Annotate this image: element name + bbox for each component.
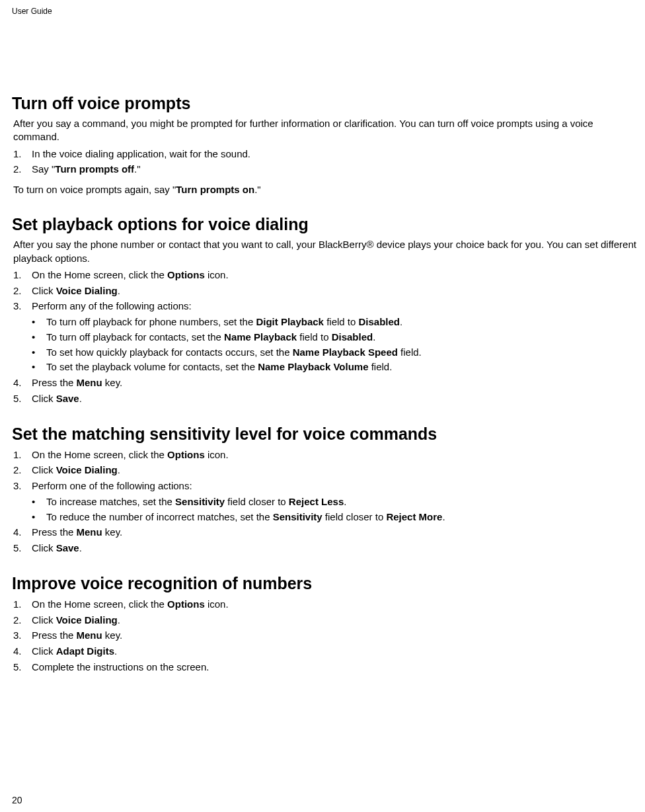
step-number: 2. [12,162,26,177]
step-text: In the voice dialing application, wait f… [32,148,250,159]
step-body: On the Home screen, click the Options ic… [26,448,637,462]
section: Set playback options for voice dialingAf… [12,215,637,405]
step-item: 2.Click Voice Dialing. [12,284,637,298]
substep-item: •To turn off playback for contacts, set … [32,330,637,345]
steps-list: 1.On the Home screen, click the Options … [12,597,637,674]
substep-item: •To set the playback volume for contacts… [32,360,637,374]
substep-body: To increase matches, set the Sensitivity… [42,495,637,509]
step-text: Complete the instructions on the screen. [32,661,209,672]
substep-body: To reduce the number of incorrect matche… [42,510,637,524]
step-number: 3. [12,628,26,643]
step-text: Click Save. [32,542,82,553]
step-text: Click Voice Dialing. [32,614,120,626]
step-body: Press the Menu key. [26,376,637,390]
section-heading: Improve voice recognition of numbers [12,574,637,593]
step-text: Perform one of the following actions: [32,480,192,491]
step-text: Click Voice Dialing. [32,285,120,296]
section-heading: Set playback options for voice dialing [12,215,637,234]
step-body: On the Home screen, click the Options ic… [26,597,637,612]
step-item: 5.Complete the instructions on the scree… [12,660,637,674]
step-item: 2.Say "Turn prompts off." [12,162,637,177]
step-number: 2. [12,284,26,298]
step-number: 4. [12,644,26,659]
step-body: Click Save. [26,391,637,406]
bullet-icon: • [32,345,42,360]
step-text: On the Home screen, click the Options ic… [32,449,229,460]
steps-list: 1.On the Home screen, click the Options … [12,448,637,555]
step-number: 3. [12,299,26,374]
step-text: Perform any of the following actions: [32,300,192,311]
step-body: Click Voice Dialing. [26,463,637,477]
step-item: 5.Click Save. [12,541,637,555]
step-body: In the voice dialing application, wait f… [26,147,637,161]
section-intro: After you say the phone number or contac… [13,238,637,265]
step-text: Press the Menu key. [32,526,122,538]
page-number: 20 [12,795,22,805]
substep-body: To set how quickly playback for contacts… [42,345,637,360]
step-text: Click Voice Dialing. [32,464,120,475]
step-number: 5. [12,660,26,674]
section-heading: Turn off voice prompts [12,94,637,113]
step-item: 1.On the Home screen, click the Options … [12,448,637,462]
substep-item: •To reduce the number of incorrect match… [32,510,637,524]
substep-item: •To turn off playback for phone numbers,… [32,315,637,329]
step-number: 4. [12,376,26,390]
steps-list: 1.In the voice dialing application, wait… [12,147,637,177]
step-body: Complete the instructions on the screen. [26,660,637,674]
step-number: 1. [12,448,26,462]
bullet-icon: • [32,495,42,509]
step-number: 5. [12,391,26,406]
step-number: 1. [12,268,26,282]
step-text: Press the Menu key. [32,629,122,641]
step-item: 1.On the Home screen, click the Options … [12,268,637,282]
section: Improve voice recognition of numbers1.On… [12,574,637,674]
substep-body: To turn off playback for contacts, set t… [42,330,637,345]
step-text: Press the Menu key. [32,377,122,388]
step-body: Press the Menu key. [26,628,637,643]
section-intro: After you say a command, you might be pr… [13,117,637,144]
step-item: 2.Click Voice Dialing. [12,613,637,628]
step-body: Perform one of the following actions:•To… [26,479,637,524]
section: Set the matching sensitivity level for v… [12,425,637,555]
step-text: Click Save. [32,393,82,404]
step-item: 4.Press the Menu key. [12,525,637,540]
step-item: 3.Press the Menu key. [12,628,637,643]
step-number: 4. [12,525,26,540]
steps-list: 1.On the Home screen, click the Options … [12,268,637,406]
bullet-icon: • [32,510,42,524]
section-heading: Set the matching sensitivity level for v… [12,425,637,444]
bullet-icon: • [32,330,42,345]
step-text: Say "Turn prompts off." [32,163,141,175]
bullet-icon: • [32,315,42,329]
step-body: Click Voice Dialing. [26,284,637,298]
step-item: 1.In the voice dialing application, wait… [12,147,637,161]
step-body: Click Adapt Digits. [26,644,637,659]
step-number: 3. [12,479,26,524]
section-note: To turn on voice prompts again, say "Tur… [13,183,637,196]
step-text: On the Home screen, click the Options ic… [32,269,229,280]
step-item: 5.Click Save. [12,391,637,406]
step-text: Click Adapt Digits. [32,645,117,657]
step-number: 2. [12,463,26,477]
step-text: On the Home screen, click the Options ic… [32,598,229,610]
substeps-list: •To turn off playback for phone numbers,… [32,315,637,374]
bullet-icon: • [32,360,42,374]
substep-body: To set the playback volume for contacts,… [42,360,637,374]
step-body: On the Home screen, click the Options ic… [26,268,637,282]
step-number: 1. [12,597,26,612]
step-body: Say "Turn prompts off." [26,162,637,177]
header-label: User Guide [12,7,637,16]
step-item: 4.Click Adapt Digits. [12,644,637,659]
step-item: 2.Click Voice Dialing. [12,463,637,477]
substeps-list: •To increase matches, set the Sensitivit… [32,495,637,524]
step-number: 5. [12,541,26,555]
page: User Guide Turn off voice promptsAfter y… [0,0,645,812]
step-number: 2. [12,613,26,628]
step-body: Click Voice Dialing. [26,613,637,628]
step-item: 3.Perform one of the following actions:•… [12,479,637,524]
step-item: 3.Perform any of the following actions:•… [12,299,637,374]
step-item: 1.On the Home screen, click the Options … [12,597,637,612]
step-number: 1. [12,147,26,161]
section: Turn off voice promptsAfter you say a co… [12,94,637,196]
substep-item: •To set how quickly playback for contact… [32,345,637,360]
